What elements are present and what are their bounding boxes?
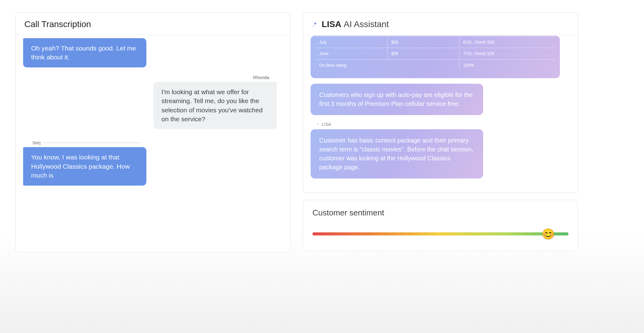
cell-detail: 7/15, Check 525 [459,48,555,59]
table-row-rating: On time rating 100% [316,59,555,71]
speaker-divider [44,142,140,143]
chat-bubble-agent: I'm looking at what we offer for streami… [153,82,277,129]
cell-amount: $35 [387,37,459,48]
call-transcription-header: Call Transcription [16,13,290,35]
lisa-body: July $35 8/15, Check 539 June $35 7/15, … [303,35,578,193]
cell-rating-label: On time rating [316,59,459,71]
call-transcription-panel: Call Transcription Oh yeah? That sounds … [15,12,291,252]
lisa-card-insight: Customer has basic content package and t… [311,129,483,179]
sentiment-slider-track[interactable]: 😊 [312,232,569,235]
speaker-label-customer-row: Serj [32,140,140,145]
table-row: June $35 7/15, Check 525 [316,48,555,59]
lisa-assistant-panel: LISA AI Assistant July $35 8/15, Check 5… [303,12,578,193]
sentiment-slider-thumb[interactable]: 😊 [542,229,555,239]
sentiment-title: Customer sentiment [312,208,569,218]
cell-month: June [316,48,387,59]
table-row: July $35 8/15, Check 539 [316,37,555,48]
speaker-label-customer: Serj [32,140,41,145]
lisa-card-text: Customer has basic content package and t… [319,137,473,171]
customer-sentiment-panel: Customer sentiment 😊 [303,200,578,251]
lisa-speaker-label: LISA [316,122,570,127]
lisa-card-text: Customers who sign up with auto-pay are … [319,91,473,107]
lisa-card-payment-history: July $35 8/15, Check 539 June $35 7/15, … [311,36,560,78]
cell-detail: 8/15, Check 539 [459,37,555,48]
chat-bubble-customer: You know, I was looking at that Hollywoo… [23,147,146,185]
sentiment-body: Customer sentiment 😊 [303,200,578,251]
chat-bubble-customer: Oh yeah? That sounds good. Let me think … [23,38,146,67]
sparkle-icon [312,21,319,28]
call-transcription-title: Call Transcription [24,19,91,29]
payment-history-table: July $35 8/15, Check 539 June $35 7/15, … [316,36,555,71]
cell-month: July [316,37,387,48]
lisa-title-bold: LISA [322,19,341,29]
lisa-speaker-name: LISA [322,122,331,127]
sparkle-icon [316,122,320,126]
call-transcription-body: Oh yeah? That sounds good. Let me think … [16,35,290,193]
lisa-card-insight: Customers who sign up with auto-pay are … [311,84,483,115]
chat-text: You know, I was looking at that Hollywoo… [31,154,130,179]
chat-text: Oh yeah? That sounds good. Let me think … [31,45,136,61]
cell-rating-value: 100% [459,59,555,71]
chat-text: I'm looking at what we offer for streami… [161,88,263,122]
speaker-label-agent: Rhonda [253,75,269,80]
cell-amount: $35 [387,48,459,59]
lisa-header: LISA AI Assistant [303,13,578,35]
lisa-title-thin: AI Assistant [344,19,389,29]
